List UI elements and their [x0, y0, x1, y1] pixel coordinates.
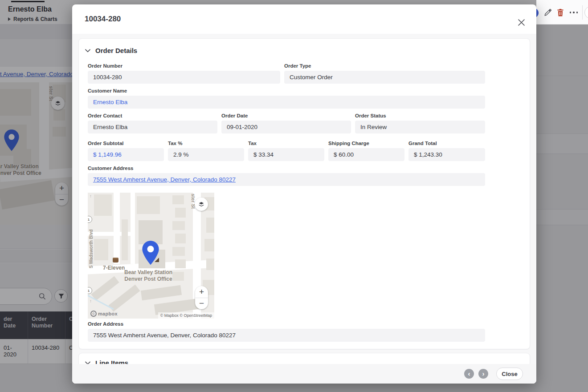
mapbox-logo: © mapbox	[90, 311, 118, 317]
order-address-map[interactable]: 1 1 ↑ ↑ ↑ S Wadsworth Blvd ster St	[88, 193, 214, 319]
edit-button[interactable]	[542, 7, 553, 18]
order-details-section-toggle[interactable]: Order Details	[85, 47, 137, 54]
modal-body: Order Details Order Number 10034-280 Ord…	[72, 34, 536, 384]
poi-station-label: Bear Valley Station Denver Post Office	[124, 269, 172, 283]
street-label-2: S Wadsworth Blvd	[89, 230, 94, 268]
field-order-address: Order Address 7555 West Amherst Avenue, …	[88, 321, 485, 342]
chevron-down-icon	[85, 49, 90, 53]
field-tax: Tax $ 33.34	[248, 141, 324, 161]
field-order-number: Order Number 10034-280	[88, 63, 280, 84]
field-order-date: Order Date 09-01-2020	[221, 113, 351, 133]
close-icon[interactable]	[518, 19, 525, 26]
route-shield: 1	[88, 216, 92, 223]
modal-footer: ‹ › Close	[72, 364, 536, 384]
modal-header: 10034-280	[72, 4, 536, 34]
more-button[interactable]	[568, 7, 579, 18]
help-button[interactable]	[584, 6, 588, 19]
store-icon	[113, 258, 118, 263]
poi-icon	[155, 258, 159, 262]
field-shipping-charge: Shipping Charge $ 60.00	[328, 141, 404, 161]
poi-store-label: 7-Eleven	[103, 265, 125, 271]
map-zoom-control: + −	[195, 286, 208, 309]
field-order-status: Order Status In Review	[355, 113, 485, 133]
order-subtotal-link[interactable]: $ 1,149.96	[93, 151, 122, 158]
zoom-out-button[interactable]: −	[195, 298, 208, 310]
field-order-subtotal: Order Subtotal $ 1,149.96	[88, 141, 164, 161]
record-modal: 10034-280 Order Details Order Number 100…	[72, 4, 536, 384]
zoom-in-button[interactable]: +	[195, 286, 208, 298]
field-customer-address: Customer Address 7555 West Amherst Avenu…	[88, 166, 485, 186]
pencil-icon	[543, 8, 552, 17]
previous-record-button[interactable]: ‹	[464, 369, 474, 379]
close-button[interactable]: Close	[496, 368, 523, 380]
next-record-button[interactable]: ›	[478, 369, 488, 379]
record-toolbar	[536, 0, 588, 24]
field-order-contact: Order Contact Ernesto Elba	[88, 113, 217, 133]
field-grand-total: Grand Total $ 1,243.30	[408, 141, 485, 161]
order-details-card: Order Details Order Number 10034-280 Ord…	[78, 38, 530, 349]
field-customer-name: Customer Name Ernesto Elba	[88, 88, 485, 109]
trash-icon	[556, 8, 564, 17]
delete-button[interactable]	[555, 7, 566, 18]
customer-name-link[interactable]: Ernesto Elba	[93, 99, 127, 105]
layers-button[interactable]	[195, 198, 208, 211]
modal-title: 10034-280	[85, 15, 121, 24]
map-attribution: © Mapbox © OpenStreetMap	[158, 312, 214, 319]
field-tax-percent: Tax % 2.9 %	[168, 141, 244, 161]
layers-icon	[198, 201, 205, 208]
field-order-type: Order Type Customer Order	[284, 63, 485, 84]
customer-address-link[interactable]: 7555 West Amherst Avenue, Denver, Colora…	[93, 176, 236, 183]
route-shield: 1	[88, 287, 92, 294]
ellipsis-icon	[570, 12, 578, 13]
screen: Ernesto Elba Reports & Charts t Avenue, …	[0, 0, 588, 392]
toolbar-divider	[582, 5, 583, 20]
